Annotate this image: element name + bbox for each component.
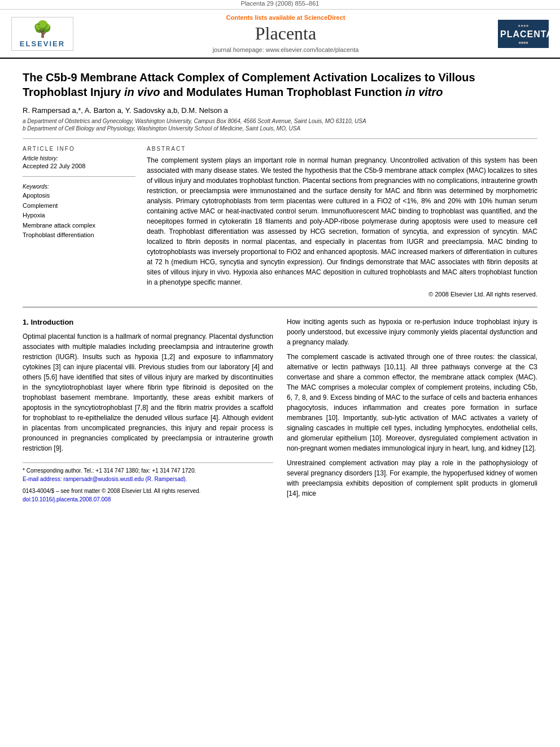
article-info-label: ARTICLE INFO (23, 146, 135, 152)
intro-para-right-3: Unrestrained complement activation may p… (287, 458, 537, 499)
footnote-doi[interactable]: doi:10.1016/j.placenta.2008.07.008 (23, 495, 273, 504)
keyword-mac: Membrane attack complex (23, 221, 135, 231)
body-col-right: How inciting agents such as hypoxia or r… (287, 317, 537, 504)
journal-ref-text: Placenta 29 (2008) 855–861 (241, 0, 320, 7)
sciencedirect-name[interactable]: ScienceDirect (304, 14, 345, 21)
affiliation-a: a Department of Obstetrics and Gynecolog… (23, 118, 537, 124)
keywords-list: Apoptosis Complement Hypoxia Membrane at… (23, 191, 135, 241)
article-title: The C5b-9 Membrane Attack Complex of Com… (23, 70, 537, 99)
journal-banner: 🌳 ELSEVIER Contents lists available at S… (0, 10, 560, 59)
page-wrapper: Placenta 29 (2008) 855–861 🌳 ELSEVIER Co… (0, 0, 560, 747)
keyword-apoptosis: Apoptosis (23, 191, 135, 201)
elsevier-brand-text: ELSEVIER (20, 40, 65, 48)
elsevier-logo: 🌳 ELSEVIER (11, 17, 73, 51)
journal-reference: Placenta 29 (2008) 855–861 (0, 0, 560, 10)
abstract-col: ABSTRACT The complement system plays an … (147, 146, 537, 298)
article-content: The C5b-9 Membrane Attack Complex of Com… (0, 59, 560, 515)
placenta-logo-right: ●●●● PLACENTA ■■■■ (498, 20, 549, 48)
intro-heading: 1. Introduction (23, 317, 273, 328)
body-col-left: 1. Introduction Optimal placental functi… (23, 317, 273, 504)
intro-para-right-2: The complement cascade is activated thro… (287, 352, 537, 453)
history-label: Article history: (23, 155, 135, 161)
elsevier-tree-icon: 🌳 (33, 20, 53, 38)
info-abstract-section: ARTICLE INFO Article history: Accepted 2… (23, 146, 537, 298)
accepted-date: Accepted 22 July 2008 (23, 163, 135, 169)
journal-center: Contents lists available at ScienceDirec… (73, 14, 498, 53)
abstract-label: ABSTRACT (147, 146, 537, 152)
footnote-email[interactable]: E-mail address: rampersadr@wudosis.wustl… (23, 475, 273, 483)
journal-homepage: journal homepage: www.elsevier.com/locat… (73, 46, 498, 53)
footnote-area: * Corresponding author. Tel.: +1 314 747… (23, 462, 273, 504)
sciencedirect-line: Contents lists available at ScienceDirec… (73, 14, 498, 21)
article-info-col: ARTICLE INFO Article history: Accepted 2… (23, 146, 135, 298)
footnote-doi-line: 0143-4004/$ – see front matter © 2008 El… (23, 487, 273, 495)
authors-line: R. Rampersad a,*, A. Barton a, Y. Sadovs… (23, 106, 537, 115)
keyword-trophoblast: Trophoblast differentiation (23, 230, 135, 241)
intro-para-right-1: How inciting agents such as hypoxia or r… (287, 317, 537, 347)
intro-para-1: Optimal placental function is a hallmark… (23, 331, 273, 453)
authors-text: R. Rampersad a,*, A. Barton a, Y. Sadovs… (23, 106, 228, 115)
journal-title: Placenta (73, 23, 498, 44)
abstract-text: The complement system plays an important… (147, 155, 537, 287)
keyword-hypoxia: Hypoxia (23, 211, 135, 221)
affiliation-b: b Department of Cell Biology and Physiol… (23, 125, 537, 132)
footnote-corresponding: * Corresponding author. Tel.: +1 314 747… (23, 466, 273, 475)
body-divider (23, 307, 537, 308)
body-section: 1. Introduction Optimal placental functi… (23, 317, 537, 504)
article-info-divider (23, 138, 537, 139)
placenta-logo-title: PLACENTA (500, 29, 546, 40)
affiliation-b-text: b Department of Cell Biology and Physiol… (23, 125, 300, 132)
contents-label: Contents lists available at (226, 14, 303, 21)
keyword-complement: Complement (23, 201, 135, 211)
copyright-text: © 2008 Elsevier Ltd. All rights reserved… (147, 291, 537, 298)
affiliation-a-text: a Department of Obstetrics and Gynecolog… (23, 118, 366, 124)
info-divider (23, 176, 135, 177)
keywords-label: Keywords: (23, 184, 135, 190)
